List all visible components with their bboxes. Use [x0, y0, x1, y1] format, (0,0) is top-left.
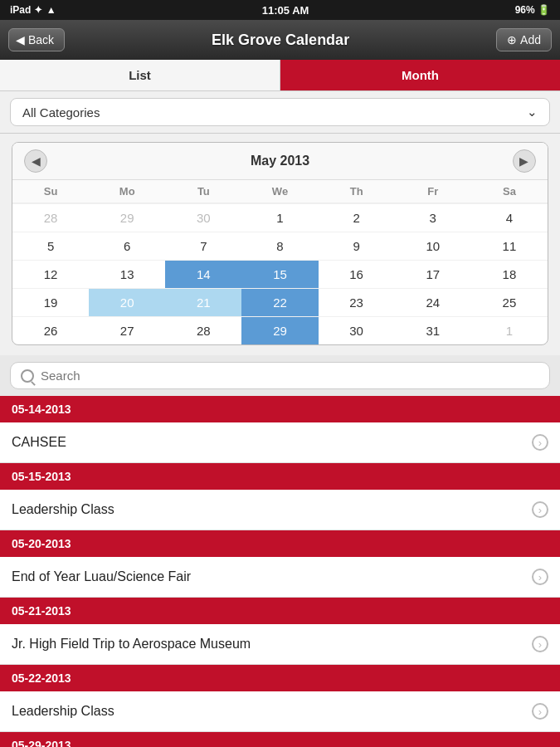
event-row[interactable]: Leadership Class› — [0, 691, 560, 732]
status-right: 96% 🔋 — [515, 4, 550, 16]
chevron-right-icon: › — [532, 434, 548, 451]
event-name: End of Year Luau/Science Fair — [12, 569, 191, 584]
event-row[interactable]: CAHSEE› — [0, 422, 560, 463]
event-name: Leadership Class — [12, 502, 114, 517]
calendar-day-headers: SuMoTuWeThFrSa — [12, 180, 548, 203]
category-label: All Categories — [22, 105, 100, 120]
tab-bar: List Month — [0, 60, 560, 91]
category-bar: All Categories ⌄ — [0, 91, 560, 134]
event-name: CAHSEE — [12, 435, 66, 450]
calendar-day-26[interactable]: 26 — [12, 316, 89, 344]
chevron-right-icon: › — [532, 501, 548, 518]
day-header-tu: Tu — [165, 180, 241, 203]
date-header-05-20-2013: 05-20-2013 — [0, 530, 560, 557]
calendar-day-12[interactable]: 12 — [12, 260, 89, 288]
status-left: iPad ✦ ▲ — [10, 4, 56, 16]
event-row[interactable]: Jr. High Field Trip to Aerospace Museum› — [0, 624, 560, 665]
tab-list[interactable]: List — [0, 60, 280, 90]
calendar-day-4[interactable]: 4 — [471, 203, 548, 232]
calendar-day-2[interactable]: 2 — [319, 203, 395, 232]
back-chevron-icon: ◀ — [16, 33, 25, 46]
wifi-icon: ▲ — [46, 4, 56, 16]
calendar-day-18[interactable]: 18 — [471, 260, 548, 288]
calendar-body: 2829301234567891011121314151617181920212… — [12, 203, 548, 344]
calendar-day-13[interactable]: 13 — [89, 260, 165, 288]
calendar-day-20[interactable]: 20 — [89, 288, 165, 316]
calendar-day-5[interactable]: 5 — [12, 232, 89, 260]
calendar-day-9[interactable]: 9 — [319, 232, 395, 260]
status-bar: iPad ✦ ▲ 11:05 AM 96% 🔋 — [0, 0, 560, 20]
chevron-down-icon: ⌄ — [527, 105, 538, 120]
status-time: 11:05 AM — [262, 4, 309, 17]
calendar-day-3[interactable]: 3 — [395, 203, 471, 232]
day-header-su: Su — [12, 180, 89, 203]
calendar-day-31[interactable]: 31 — [395, 316, 471, 344]
calendar-day-23[interactable]: 23 — [319, 288, 395, 316]
calendar-day-7[interactable]: 7 — [165, 232, 241, 260]
search-input-wrap[interactable] — [10, 362, 550, 389]
calendar-day-14[interactable]: 14 — [165, 260, 241, 288]
calendar-day-11[interactable]: 11 — [471, 232, 548, 260]
calendar-prev-button[interactable]: ◀ — [24, 149, 47, 173]
nav-bar: ◀ Back Elk Grove Calendar ⊕ Add — [0, 20, 560, 60]
search-input[interactable] — [41, 369, 539, 383]
calendar-day-1-other[interactable]: 1 — [471, 316, 548, 344]
day-header-mo: Mo — [89, 180, 165, 203]
date-header-05-14-2013: 05-14-2013 — [0, 396, 560, 422]
day-header-th: Th — [319, 180, 395, 203]
calendar-day-29-other[interactable]: 29 — [89, 203, 165, 232]
calendar-day-28-other[interactable]: 28 — [12, 203, 89, 232]
chevron-right-icon: › — [532, 569, 548, 585]
search-bar — [0, 355, 560, 396]
date-header-05-15-2013: 05-15-2013 — [0, 463, 560, 490]
event-row[interactable]: Leadership Class› — [0, 490, 560, 530]
calendar-day-27[interactable]: 27 — [89, 316, 165, 344]
day-header-sa: Sa — [471, 180, 548, 203]
calendar-container: ◀ May 2013 ▶ SuMoTuWeThFrSa 282930123456… — [0, 134, 560, 355]
event-name: Leadership Class — [12, 704, 114, 719]
calendar-day-1[interactable]: 1 — [241, 203, 318, 232]
date-header-05-29-2013: 05-29-2013 — [0, 732, 560, 747]
calendar-title: May 2013 — [251, 154, 309, 168]
day-header-we: We — [241, 180, 318, 203]
calendar: ◀ May 2013 ▶ SuMoTuWeThFrSa 282930123456… — [12, 142, 548, 345]
battery-label: 96% 🔋 — [515, 4, 550, 16]
category-dropdown[interactable]: All Categories ⌄ — [10, 98, 550, 126]
event-row[interactable]: End of Year Luau/Science Fair› — [0, 557, 560, 598]
event-list: 05-14-2013CAHSEE›05-15-2013Leadership Cl… — [0, 396, 560, 747]
calendar-day-30[interactable]: 30 — [319, 316, 395, 344]
calendar-day-24[interactable]: 24 — [395, 288, 471, 316]
calendar-next-button[interactable]: ▶ — [513, 149, 536, 173]
calendar-day-21[interactable]: 21 — [165, 288, 241, 316]
date-header-05-21-2013: 05-21-2013 — [0, 598, 560, 624]
calendar-day-10[interactable]: 10 — [395, 232, 471, 260]
calendar-day-8[interactable]: 8 — [241, 232, 318, 260]
add-button[interactable]: ⊕ Add — [496, 28, 552, 51]
calendar-day-22[interactable]: 22 — [241, 288, 318, 316]
calendar-header: ◀ May 2013 ▶ — [12, 143, 548, 180]
calendar-day-28[interactable]: 28 — [165, 316, 241, 344]
calendar-day-30-other[interactable]: 30 — [165, 203, 241, 232]
calendar-day-29[interactable]: 29 — [241, 316, 318, 344]
calendar-day-6[interactable]: 6 — [89, 232, 165, 260]
search-icon — [21, 369, 34, 383]
calendar-day-25[interactable]: 25 — [471, 288, 548, 316]
calendar-day-16[interactable]: 16 — [319, 260, 395, 288]
calendar-day-15[interactable]: 15 — [241, 260, 318, 288]
calendar-day-19[interactable]: 19 — [12, 288, 89, 316]
chevron-right-icon: › — [532, 636, 548, 652]
calendar-day-17[interactable]: 17 — [395, 260, 471, 288]
date-header-05-22-2013: 05-22-2013 — [0, 665, 560, 691]
nav-title: Elk Grove Calendar — [212, 32, 349, 49]
day-header-fr: Fr — [395, 180, 471, 203]
carrier-label: iPad ✦ — [10, 4, 42, 16]
chevron-right-icon: › — [532, 703, 548, 720]
event-name: Jr. High Field Trip to Aerospace Museum — [12, 637, 251, 652]
tab-month[interactable]: Month — [280, 60, 560, 90]
plus-icon: ⊕ — [507, 33, 517, 46]
back-button[interactable]: ◀ Back — [8, 28, 65, 51]
